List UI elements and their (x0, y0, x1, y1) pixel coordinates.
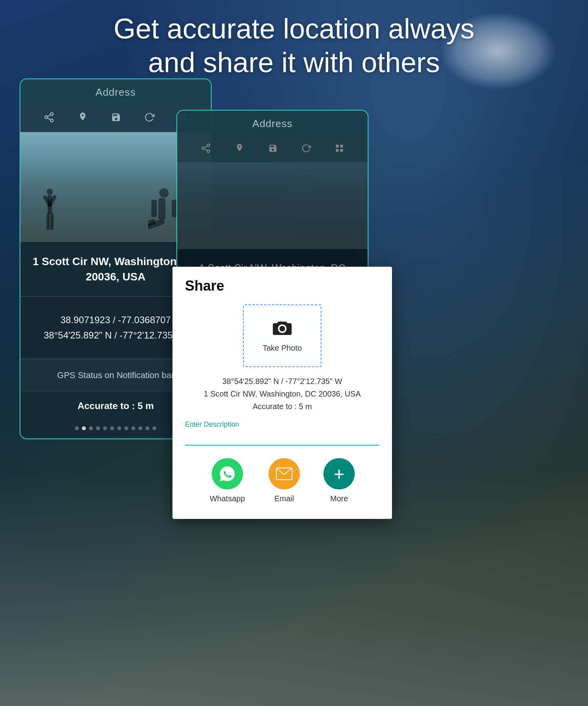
card-back-header: Address (20, 79, 211, 106)
dot-1[interactable] (75, 426, 79, 430)
dot-9[interactable] (131, 426, 135, 430)
svg-point-23 (207, 150, 210, 153)
svg-rect-13 (47, 213, 50, 230)
dot-3[interactable] (89, 426, 93, 430)
share-dialog: Share + Take Photo 38°54'25.892" N / -77… (172, 267, 392, 519)
description-input[interactable] (185, 431, 379, 446)
dot-7[interactable] (117, 426, 121, 430)
dot-5[interactable] (103, 426, 107, 430)
email-label: Email (274, 494, 294, 503)
svg-rect-28 (336, 149, 339, 152)
pin-icon[interactable] (78, 112, 88, 126)
take-photo-label: Take Photo (263, 344, 302, 353)
more-button[interactable]: + More (323, 458, 355, 503)
share-coords: 38°54'25.892" N / -77°2'12.735" W (180, 375, 384, 388)
dot-8[interactable] (124, 426, 128, 430)
description-label: Enter Description (172, 419, 392, 429)
take-photo-button[interactable]: + Take Photo (243, 304, 321, 367)
svg-point-1 (45, 116, 48, 119)
front-grid-icon[interactable] (335, 144, 344, 156)
front-share-icon[interactable] (201, 143, 211, 156)
headline-line1: Get accurate location always (24, 12, 564, 45)
refresh-icon[interactable] (144, 112, 154, 125)
whatsapp-button[interactable]: Whatsapp (210, 458, 245, 503)
whatsapp-icon-circle (212, 458, 243, 489)
svg-point-2 (51, 119, 53, 122)
card-front-toolbar (177, 137, 368, 163)
svg-point-9 (47, 189, 53, 195)
dot-10[interactable] (138, 426, 142, 430)
person-silhouette-2 (148, 187, 180, 242)
svg-point-21 (207, 144, 210, 147)
front-refresh-icon[interactable] (301, 144, 311, 156)
headline: Get accurate location always and share i… (0, 12, 588, 80)
camera-icon: + (272, 319, 292, 340)
svg-rect-26 (336, 145, 339, 147)
dot-6[interactable] (110, 426, 114, 430)
share-icon[interactable] (44, 112, 54, 126)
dot-2[interactable] (82, 426, 86, 430)
svg-rect-16 (158, 198, 165, 220)
whatsapp-label: Whatsapp (210, 494, 245, 503)
more-label: More (330, 494, 348, 503)
card-front-header: Address (177, 111, 368, 137)
svg-point-22 (202, 147, 205, 150)
share-buttons-row: Whatsapp Email + More (172, 458, 392, 503)
svg-line-3 (47, 118, 51, 120)
svg-rect-29 (340, 149, 343, 152)
share-accurate: Accurate to : 5 m (180, 400, 384, 413)
svg-rect-17 (151, 200, 157, 217)
svg-point-15 (159, 188, 169, 198)
person-silhouette-1 (40, 187, 60, 234)
dot-12[interactable] (152, 426, 156, 430)
card-front-map (177, 163, 368, 249)
svg-rect-14 (51, 213, 54, 230)
front-pin-icon[interactable] (235, 143, 244, 156)
email-button[interactable]: Email (269, 458, 300, 503)
email-icon-circle (269, 458, 300, 489)
front-save-icon[interactable] (268, 144, 278, 156)
svg-line-24 (205, 149, 207, 151)
svg-rect-27 (340, 145, 343, 147)
dot-11[interactable] (145, 426, 149, 430)
share-address: 1 Scott Cir NW, Washington, DC 20036, US… (180, 388, 384, 400)
svg-line-25 (205, 146, 207, 147)
share-location-info: 38°54'25.892" N / -77°2'12.735" W 1 Scot… (172, 375, 392, 419)
svg-point-0 (51, 113, 53, 115)
front-map-figure (177, 171, 368, 249)
dot-4[interactable] (96, 426, 100, 430)
headline-line2: and share it with others (24, 45, 564, 79)
more-icon-circle: + (323, 458, 355, 489)
svg-line-4 (47, 115, 51, 117)
save-icon[interactable] (111, 112, 121, 125)
share-title: Share (172, 267, 392, 300)
svg-text:+: + (279, 319, 282, 325)
